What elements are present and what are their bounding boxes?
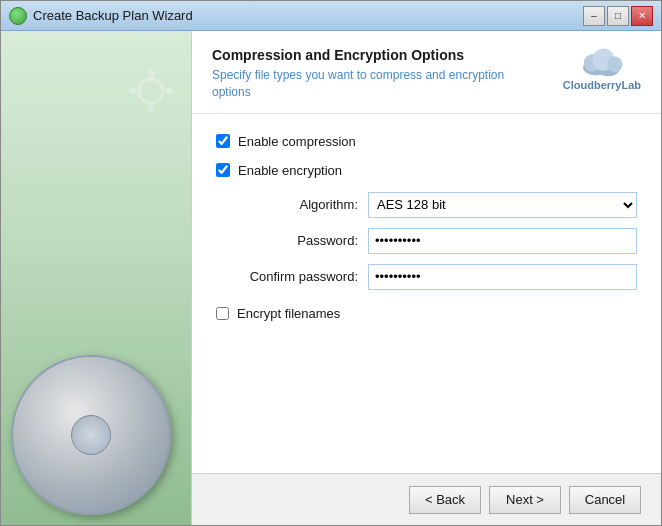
panel-subtitle: Specify file types you want to compress … <box>212 67 532 101</box>
confirm-password-input[interactable] <box>368 264 637 290</box>
form-area: Enable compression Enable encryption Alg… <box>192 114 661 473</box>
password-row: Password: <box>238 228 637 254</box>
svg-rect-3 <box>165 88 173 94</box>
next-button[interactable]: Next > <box>489 486 561 514</box>
window-title: Create Backup Plan Wizard <box>33 8 193 23</box>
enable-encryption-checkbox[interactable] <box>216 163 230 177</box>
panel-header-text: Compression and Encryption Options Speci… <box>212 47 532 101</box>
svg-point-8 <box>607 56 623 72</box>
disc-center <box>71 415 111 455</box>
title-controls: – □ ✕ <box>583 6 653 26</box>
algorithm-label: Algorithm: <box>238 197 368 212</box>
enable-compression-label[interactable]: Enable compression <box>238 134 356 149</box>
encrypt-filenames-label[interactable]: Encrypt filenames <box>237 306 340 321</box>
logo-text: CloudberryLab <box>563 79 641 91</box>
password-input[interactable] <box>368 228 637 254</box>
enable-compression-checkbox[interactable] <box>216 134 230 148</box>
back-button[interactable]: < Back <box>409 486 481 514</box>
confirm-password-label: Confirm password: <box>238 269 368 284</box>
encryption-options: Algorithm: AES 128 bit AES 192 bit AES 2… <box>238 192 637 290</box>
panel-header: Compression and Encryption Options Speci… <box>192 31 661 114</box>
window-icon <box>9 7 27 25</box>
svg-rect-1 <box>148 105 154 113</box>
logo-area: CloudberryLab <box>563 47 641 91</box>
svg-rect-0 <box>148 69 154 77</box>
enable-encryption-label[interactable]: Enable encryption <box>238 163 342 178</box>
logo-cloud-icon <box>578 47 626 77</box>
wizard-window: Create Backup Plan Wizard – □ ✕ <box>0 0 662 526</box>
panel-title: Compression and Encryption Options <box>212 47 532 63</box>
footer-bar: < Back Next > Cancel <box>192 473 661 525</box>
svg-rect-2 <box>129 88 137 94</box>
algorithm-select[interactable]: AES 128 bit AES 192 bit AES 256 bit <box>368 192 637 218</box>
encrypt-filenames-checkbox[interactable] <box>216 307 229 320</box>
cancel-button[interactable]: Cancel <box>569 486 641 514</box>
enable-encryption-row: Enable encryption <box>216 163 637 178</box>
minimize-button[interactable]: – <box>583 6 605 26</box>
password-label: Password: <box>238 233 368 248</box>
sidebar <box>1 31 191 525</box>
encrypt-filenames-row: Encrypt filenames <box>216 306 637 321</box>
content-area: Compression and Encryption Options Speci… <box>1 31 661 525</box>
enable-compression-row: Enable compression <box>216 134 637 149</box>
title-bar: Create Backup Plan Wizard – □ ✕ <box>1 1 661 31</box>
confirm-password-row: Confirm password: <box>238 264 637 290</box>
disc-decoration <box>11 355 171 515</box>
gear-icon <box>121 61 181 121</box>
close-button[interactable]: ✕ <box>631 6 653 26</box>
algorithm-row: Algorithm: AES 128 bit AES 192 bit AES 2… <box>238 192 637 218</box>
maximize-button[interactable]: □ <box>607 6 629 26</box>
title-bar-left: Create Backup Plan Wizard <box>9 7 193 25</box>
main-panel: Compression and Encryption Options Speci… <box>191 31 661 525</box>
